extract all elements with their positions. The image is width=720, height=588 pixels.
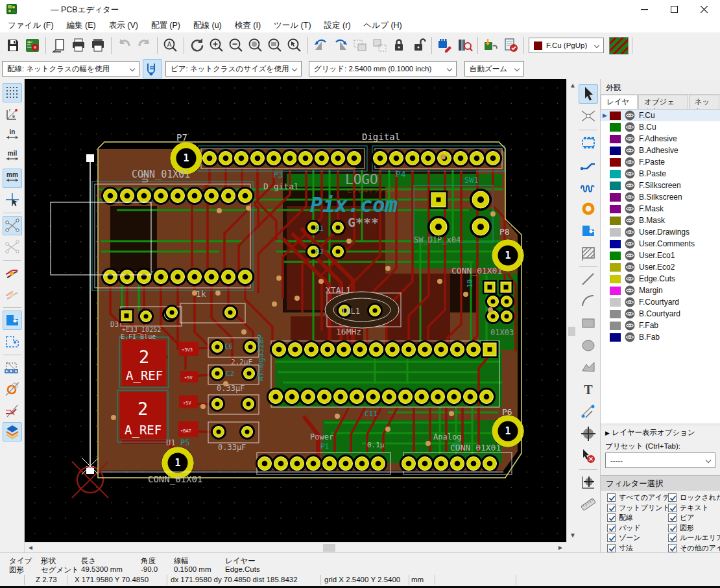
menu-3[interactable]: 配置 (P) (145, 18, 187, 33)
visibility-eye-icon[interactable] (625, 204, 635, 214)
layer-color-swatch[interactable] (610, 298, 621, 307)
close-button[interactable] (693, 0, 715, 18)
auto-track-width-button[interactable] (143, 59, 162, 78)
visibility-eye-icon[interactable] (625, 332, 635, 342)
layer-color-swatch[interactable] (610, 193, 621, 202)
layer-select-combo[interactable]: F.Cu (PgUp) (529, 38, 604, 53)
visibility-eye-icon[interactable] (625, 285, 635, 296)
footprint-browser-button[interactable] (455, 36, 474, 55)
tab-オブジェクト[interactable]: オブジェクト (638, 95, 688, 109)
filter-配線[interactable]: 配線 (607, 513, 677, 523)
pcb-canvas[interactable]: 1111P7CONN_01X01U3P3D gitalDigitalP4LOGO… (25, 79, 566, 542)
filter-フットプリント[interactable]: フットプリント (607, 503, 677, 513)
page-settings-button[interactable] (49, 36, 69, 55)
layer-row-F.Courtyard[interactable]: F.Courtyard (601, 296, 720, 308)
menu-7[interactable]: 設定 (r) (318, 18, 357, 33)
visibility-eye-icon[interactable] (625, 122, 635, 132)
layer-color-swatch[interactable] (610, 287, 621, 295)
group-button[interactable] (350, 36, 370, 55)
pad-sketch-button[interactable] (3, 358, 22, 377)
layer-color-swatch[interactable] (610, 310, 621, 318)
menu-1[interactable]: 編集 (E) (60, 18, 102, 33)
menu-4[interactable]: 配線 (u) (187, 18, 228, 33)
visibility-eye-icon[interactable] (625, 169, 635, 179)
layer-color-swatch[interactable] (610, 135, 621, 143)
via-size-combo[interactable]: ビア: ネットクラスのサイズを使用 (165, 61, 302, 76)
filter-ロックされたアイテム[interactable]: ロックされたアイテム (668, 493, 720, 503)
route-tracks-button[interactable] (579, 155, 598, 174)
layer-row-B.Courtyard[interactable]: B.Courtyard (601, 308, 720, 320)
layer-pair-indicator-icon[interactable] (609, 37, 629, 54)
undo-button[interactable] (115, 36, 134, 55)
layer-color-swatch[interactable] (610, 263, 621, 272)
units-inches-button[interactable]: in (3, 126, 22, 145)
filter-ゾーン[interactable]: ゾーン (607, 533, 677, 543)
measure-button[interactable] (579, 495, 598, 514)
menu-0[interactable]: ファイル (F) (1, 18, 60, 33)
zoom-fit-button[interactable] (246, 36, 265, 55)
add-zone-button[interactable] (579, 221, 598, 241)
layer-row-B.Adhesive[interactable]: B.Adhesive (601, 145, 720, 156)
add-via-button[interactable] (579, 199, 598, 218)
visibility-eye-icon[interactable] (625, 262, 635, 272)
select-button[interactable] (579, 84, 598, 104)
layer-row-F.Adhesive[interactable]: F.Adhesive (601, 133, 720, 145)
add-target-button[interactable] (579, 424, 598, 443)
update-pcb-button[interactable] (481, 36, 501, 55)
menu-8[interactable]: ヘルプ (H) (357, 18, 409, 33)
zone-fill-button[interactable] (3, 311, 22, 330)
net-highlight-button[interactable] (3, 263, 22, 283)
zone-outline-button[interactable] (3, 332, 22, 351)
layer-row-B.Paste[interactable]: B.Paste (601, 168, 720, 180)
toggle-grid-button[interactable] (3, 83, 22, 102)
curved-ratsnest-button[interactable] (3, 237, 22, 257)
refresh-view-button[interactable] (187, 36, 207, 55)
units-mm-button[interactable]: mm (3, 169, 22, 188)
ratsnest-button[interactable] (3, 216, 22, 235)
visibility-eye-icon[interactable] (625, 320, 635, 331)
visibility-eye-icon[interactable] (625, 180, 635, 191)
print-button[interactable] (69, 36, 88, 55)
vertical-scrollbar[interactable]: ▲ ▼ (566, 79, 576, 542)
visibility-eye-icon[interactable] (625, 145, 635, 156)
layer-color-swatch[interactable] (610, 228, 621, 237)
layer-row-User.Comments[interactable]: User.Comments (601, 238, 720, 250)
search-button[interactable]: A (161, 36, 180, 55)
add-footprint-button[interactable] (579, 133, 598, 152)
save-button[interactable] (3, 36, 23, 55)
layer-row-B.Fab[interactable]: B.Fab (601, 331, 720, 343)
visibility-eye-icon[interactable] (625, 274, 635, 284)
local-ratsnest-button[interactable] (579, 106, 598, 126)
filter-テキスト[interactable]: テキスト (668, 503, 720, 513)
net-colors-button[interactable] (3, 285, 22, 304)
zoom-out-button[interactable] (226, 36, 246, 55)
layer-row-F.Cu[interactable]: ▶F.Cu (601, 110, 720, 121)
unlock-button[interactable] (409, 36, 428, 55)
filter-図形[interactable]: 図形 (668, 523, 720, 534)
layer-color-swatch[interactable] (610, 112, 621, 120)
filter-ビア[interactable]: ビア (668, 513, 720, 523)
layer-color-swatch[interactable] (610, 205, 621, 213)
layer-row-F.Mask[interactable]: F.Mask (601, 203, 720, 215)
layer-row-User.Eco1[interactable]: User.Eco1 (601, 250, 720, 261)
layer-row-Margin[interactable]: Margin (601, 285, 720, 296)
add-rule-area-button[interactable] (579, 243, 598, 263)
maximize-button[interactable] (663, 0, 685, 18)
set-origin-button[interactable] (579, 473, 598, 492)
minimize-button[interactable] (633, 0, 655, 18)
zoom-combo[interactable]: 自動ズーム (464, 61, 524, 76)
layer-row-B.Cu[interactable]: B.Cu (601, 121, 720, 133)
filter-すべてのアイテム[interactable]: すべてのアイテム (607, 493, 677, 503)
cursor-shape-button[interactable] (3, 190, 22, 209)
layer-color-swatch[interactable] (610, 158, 621, 167)
rotate-ccw-button[interactable] (311, 36, 331, 55)
zoom-objects-button[interactable] (265, 36, 285, 55)
layer-color-swatch[interactable] (610, 217, 621, 225)
polar-coords-button[interactable]: rθ (3, 104, 22, 124)
lock-button[interactable] (389, 36, 409, 55)
visibility-eye-icon[interactable] (625, 134, 635, 144)
delete-tool-button[interactable] (579, 446, 598, 465)
filter-寸法[interactable]: 寸法 (607, 543, 677, 554)
layer-row-F.Silkscreen[interactable]: F.Silkscreen (601, 180, 720, 191)
visibility-eye-icon[interactable] (625, 157, 635, 167)
